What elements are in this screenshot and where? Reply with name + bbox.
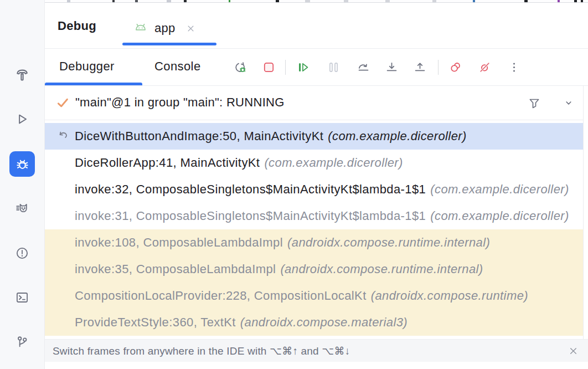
- step-out-icon: [413, 60, 427, 74]
- frame-location: invoke:35, ComposableLambdaImpl: [75, 262, 276, 276]
- git-branch-icon: [15, 335, 29, 349]
- stop-button[interactable]: [259, 58, 278, 76]
- resume-icon: [296, 60, 310, 74]
- alert-circle-icon: [15, 246, 29, 260]
- tab-app[interactable]: app: [133, 16, 196, 40]
- frame-package: (com.example.diceroller): [430, 209, 569, 223]
- mute-breakpoints-icon: [478, 60, 492, 74]
- mute-breakpoints-button[interactable]: [475, 58, 494, 76]
- sidebar-item-problems[interactable]: [9, 240, 35, 266]
- debug-tool-window: Debug app Debugger Console: [45, 0, 588, 369]
- frame-package: (androidx.compose.material3): [240, 315, 408, 330]
- sidebar-item-terminal[interactable]: [9, 285, 35, 310]
- step-into-icon: [385, 60, 399, 74]
- thread-status-row[interactable]: "main"@1 in group "main": RUNNING: [45, 86, 588, 120]
- chevron-down-icon[interactable]: [562, 96, 575, 110]
- tab-debugger[interactable]: Debugger: [59, 59, 115, 74]
- pause-icon: [327, 60, 341, 74]
- stack-frame-row[interactable]: DiceRollerApp:41, MainActivityKt(com.exa…: [45, 150, 583, 176]
- selected-tab-underline: [45, 83, 142, 85]
- sidebar-item-debug[interactable]: [9, 151, 35, 177]
- scrollbar-track: [583, 86, 588, 339]
- toolbar-separator: [285, 60, 286, 75]
- frame-package: (androidx.compose.runtime.internal): [287, 235, 490, 250]
- frame-package: (androidx.compose.runtime): [371, 289, 528, 303]
- page-title: Debug: [58, 19, 96, 33]
- debug-header: Debug app: [45, 3, 588, 49]
- check-icon: [55, 95, 70, 110]
- frame-package: (com.example.diceroller): [430, 182, 569, 197]
- pause-button[interactable]: [324, 58, 343, 76]
- play-icon: [15, 112, 29, 126]
- hint-banner: Switch frames from anywhere in the IDE w…: [45, 339, 588, 362]
- cat-icon: [15, 202, 29, 216]
- frame-location: invoke:31, ComposableSingletons$MainActi…: [75, 209, 426, 223]
- stack-frame-row[interactable]: invoke:108, ComposableLambdaImpl(android…: [45, 229, 583, 256]
- step-over-button[interactable]: [354, 58, 373, 76]
- sidebar-item-run[interactable]: [9, 106, 35, 132]
- stack-frames-list: DiceWithButtonAndImage:50, MainActivityK…: [45, 120, 583, 339]
- step-into-button[interactable]: [382, 58, 401, 76]
- frame-location: ProvideTextStyle:360, TextKt: [75, 315, 236, 330]
- frame-location: invoke:32, ComposableSingletons$MainActi…: [75, 182, 426, 197]
- sidebar-item-version-control[interactable]: [9, 329, 35, 355]
- stack-frame-row[interactable]: invoke:31, ComposableSingletons$MainActi…: [45, 203, 583, 229]
- toolbar-separator: [438, 60, 439, 75]
- frame-package: (androidx.compose.runtime.internal): [280, 262, 483, 276]
- sidebar-item-build[interactable]: [9, 62, 35, 88]
- close-icon[interactable]: [185, 23, 196, 34]
- stop-icon: [262, 60, 276, 74]
- stack-frame-row[interactable]: invoke:32, ComposableSingletons$MainActi…: [45, 176, 583, 203]
- frame-package: (com.example.diceroller): [264, 156, 403, 170]
- terminal-icon: [15, 290, 29, 305]
- more-options-icon: [507, 60, 521, 74]
- resume-button[interactable]: [293, 58, 312, 76]
- frame-location: invoke:108, ComposableLambdaImpl: [75, 235, 283, 250]
- rerun-debugger-button[interactable]: [230, 58, 249, 76]
- frame-location: CompositionLocalProvider:228, Compositio…: [75, 289, 367, 303]
- bug-icon: [15, 157, 30, 172]
- selected-tab-underline: [122, 43, 216, 45]
- execution-point-arrow-icon: [56, 130, 70, 144]
- close-icon[interactable]: [568, 345, 579, 357]
- more-options-button[interactable]: [504, 58, 523, 76]
- frame-location: DiceRollerApp:41, MainActivityKt: [75, 156, 260, 170]
- view-breakpoints-button[interactable]: [446, 58, 465, 76]
- debugger-toolbar: Debugger Console: [45, 49, 588, 86]
- tab-console[interactable]: Console: [154, 59, 201, 74]
- frame-package: (com.example.diceroller): [328, 129, 466, 144]
- tab-app-label: app: [154, 21, 176, 35]
- stack-frame-row[interactable]: ProvideTextStyle:360, TextKt(androidx.co…: [45, 309, 583, 336]
- tool-window-stripe: [0, 0, 45, 369]
- stack-frame-row[interactable]: CompositionLocalProvider:228, Compositio…: [45, 283, 583, 309]
- android-icon: [133, 21, 148, 35]
- step-out-button[interactable]: [410, 58, 429, 76]
- frame-location: DiceWithButtonAndImage:50, MainActivityK…: [75, 129, 323, 144]
- hint-banner-text: Switch frames from anywhere in the IDE w…: [53, 345, 350, 357]
- stack-frame-row[interactable]: DiceWithButtonAndImage:50, MainActivityK…: [45, 123, 583, 150]
- stack-frame-row[interactable]: invoke:35, ComposableLambdaImpl(androidx…: [45, 256, 583, 283]
- rerun-debugger-icon: [233, 60, 247, 74]
- filter-icon[interactable]: [527, 96, 541, 110]
- sidebar-item-logcat[interactable]: [9, 196, 35, 222]
- view-breakpoints-icon: [448, 60, 462, 74]
- thread-status-text: "main"@1 in group "main": RUNNING: [75, 95, 285, 110]
- step-over-icon: [357, 60, 370, 74]
- hammer-icon: [14, 67, 30, 83]
